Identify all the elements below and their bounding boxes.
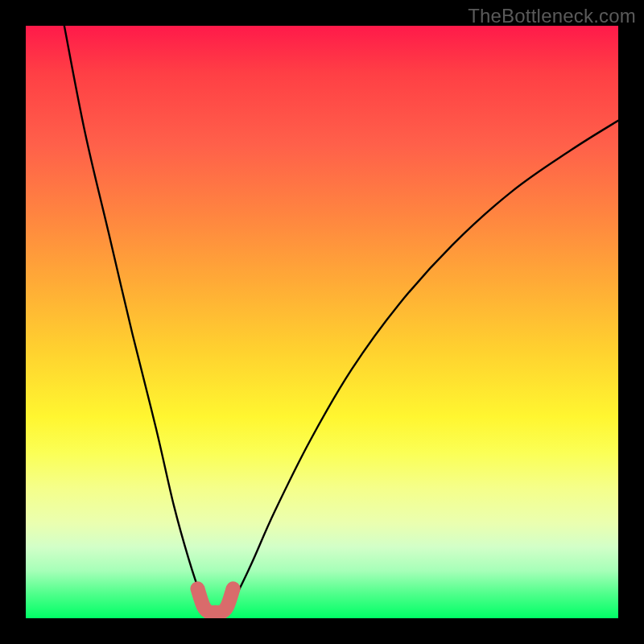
- plot-area: [26, 26, 618, 618]
- watermark-text: TheBottleneck.com: [468, 5, 636, 27]
- bottleneck-curve: [64, 26, 618, 614]
- highlight-range: [197, 588, 233, 613]
- chart-container: TheBottleneck.com: [0, 0, 644, 644]
- curve-svg: [26, 26, 618, 618]
